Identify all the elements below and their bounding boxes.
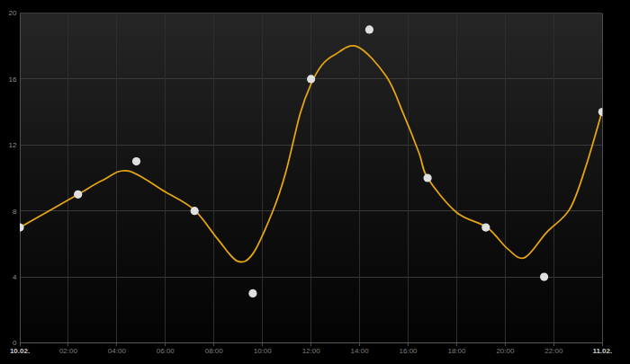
data-point-marker [132, 157, 140, 165]
chart-container: 04812162010.02.02:0004:0006:0008:0010:00… [0, 0, 630, 364]
data-point-marker [248, 289, 256, 297]
x-axis-time-label: 04:00 [108, 347, 127, 355]
data-point-marker [482, 224, 490, 232]
x-axis-time-label: 22:00 [544, 347, 563, 355]
x-axis-date-label: 11.02. [592, 347, 612, 355]
x-axis-time-label: 14:00 [351, 347, 370, 355]
x-axis-time-label: 10:00 [254, 347, 273, 355]
x-axis-time-label: 20:00 [496, 347, 515, 355]
x-axis-time-label: 12:00 [302, 347, 321, 355]
data-point-marker [307, 75, 315, 83]
x-axis-time-label: 16:00 [400, 347, 418, 355]
y-axis-label: 4 [13, 273, 17, 281]
y-axis-label: 12 [9, 141, 17, 149]
y-axis-label: 8 [13, 208, 17, 216]
data-point-marker [365, 25, 374, 33]
x-axis-time-label: 08:00 [205, 347, 224, 355]
time-series-line-chart: 04812162010.02.02:0004:0006:0008:0010:00… [0, 0, 630, 364]
x-axis-date-label: 10.02. [10, 347, 30, 355]
data-point-marker [191, 207, 199, 215]
x-axis-time-label: 02:00 [59, 347, 78, 355]
data-point-marker [15, 224, 23, 232]
data-point-marker [424, 173, 432, 182]
data-point-marker [540, 273, 548, 281]
y-axis-label: 16 [9, 75, 17, 84]
y-axis-label: 20 [9, 9, 17, 17]
x-axis-time-label: 06:00 [157, 347, 176, 355]
x-axis-time-label: 18:00 [447, 347, 466, 355]
data-point-marker [74, 191, 82, 199]
